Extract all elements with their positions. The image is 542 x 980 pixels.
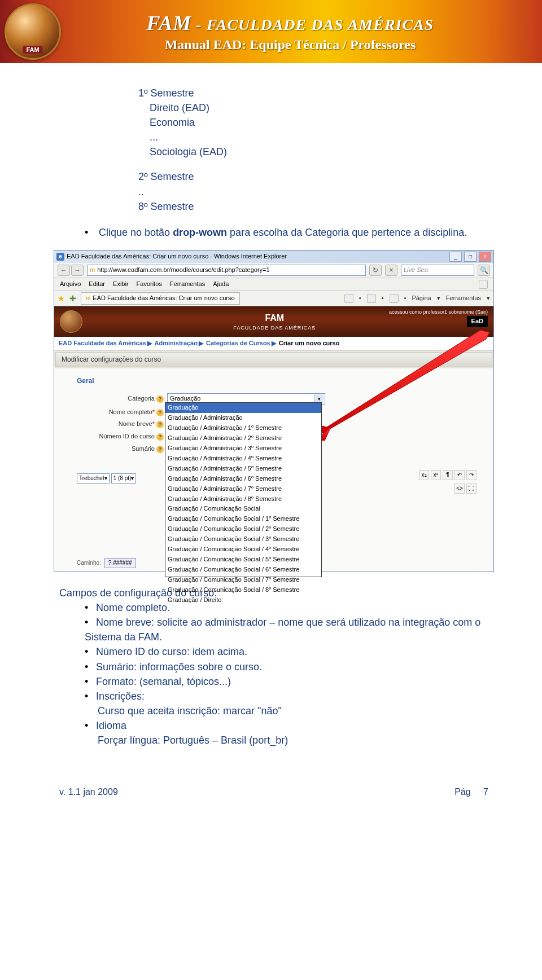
tab-title: EAD Faculdade das Américas: Criar um nov… bbox=[93, 294, 234, 303]
sem8: 8º Semestre bbox=[138, 199, 488, 214]
bc-admin[interactable]: Administração bbox=[155, 340, 198, 346]
cfg-numero-id: Número ID do curso: idem acima. bbox=[85, 644, 488, 659]
dropdown-option[interactable]: Graduação / Comunicação Social / 8º Seme… bbox=[165, 585, 321, 595]
size-select[interactable]: 1 (8 pt) ▾ bbox=[111, 473, 137, 484]
cfg-inscricoes: Inscrições: bbox=[85, 689, 488, 704]
dropdown-option[interactable]: Graduação / Administração / 8º Semestre bbox=[165, 494, 321, 504]
stop-button[interactable]: × bbox=[385, 265, 397, 276]
page-header-banner: FAM - FACULDADE DAS AMÉRICAS Manual EAD:… bbox=[0, 0, 542, 63]
ead-badge: EaD bbox=[467, 316, 488, 327]
caminho-label: Caminho: bbox=[77, 559, 101, 568]
search-go-button[interactable]: 🔍 bbox=[478, 265, 490, 276]
dropdown-option[interactable]: Graduação / Administração / 7º Semestre bbox=[165, 484, 321, 494]
sociologia: Sociologia (EAD) bbox=[138, 144, 488, 159]
dropdown-option[interactable]: Graduação / Comunicação Social / 2º Seme… bbox=[165, 524, 321, 534]
page-footer: v. 1.1 jan 2009 Pág 7 bbox=[0, 770, 542, 808]
config-fields-section: Campos de configuração do curso: Nome co… bbox=[59, 586, 488, 748]
sem1: 1º Semestre bbox=[138, 86, 488, 100]
dropdown-option[interactable]: Graduação / Comunicação Social / 7º Seme… bbox=[165, 575, 321, 585]
help-icon[interactable]: ? bbox=[156, 409, 164, 416]
help-icon[interactable]: ? bbox=[156, 446, 164, 453]
superscript-icon[interactable]: x² bbox=[431, 470, 441, 480]
banner-subtitle: Manual EAD: Equipe Técnica / Professores bbox=[61, 37, 519, 52]
bullet1-post: para escolha da Categoria que pertence a… bbox=[227, 227, 467, 238]
cfg-nome-breve: Nome breve: solicite ao administrador – … bbox=[85, 615, 488, 644]
moodle-header: FAM FACULDADE DAS AMÉRICAS EaD acessou c… bbox=[54, 306, 493, 337]
dropdown-option[interactable]: Graduação / Comunicação Social / 3º Seme… bbox=[165, 534, 321, 544]
tab-favicon: m bbox=[86, 295, 90, 303]
favorites-star-icon[interactable]: ★ bbox=[58, 293, 65, 304]
feeds-icon[interactable] bbox=[367, 294, 376, 303]
forward-button[interactable]: → bbox=[71, 265, 84, 276]
dropdown-option[interactable]: Graduação / Comunicação Social / 5º Seme… bbox=[165, 555, 321, 565]
dropdown-option[interactable]: Graduação / Administração / 4º Semestre bbox=[165, 454, 321, 464]
maximize-button[interactable]: □ bbox=[464, 252, 477, 262]
moodle-favicon: m bbox=[90, 266, 95, 275]
dropdown-option[interactable]: Graduação / Comunicação Social / 6º Seme… bbox=[165, 565, 321, 575]
ie-window-screenshot: e EAD Faculdade das Américas: Criar um n… bbox=[54, 250, 494, 572]
banner-rest: - FACULDADE DAS AMÉRICAS bbox=[191, 16, 434, 33]
subscript-icon[interactable]: x₂ bbox=[419, 470, 429, 480]
dropdown-option[interactable]: Graduação / Administração bbox=[165, 413, 321, 423]
geral-heading: Geral bbox=[77, 376, 488, 386]
section-header: Modificar configurações do curso bbox=[55, 352, 492, 367]
dots1: ... bbox=[138, 130, 488, 144]
search-box[interactable]: Live Sea bbox=[401, 265, 474, 276]
menu-editar[interactable]: Editar bbox=[89, 280, 105, 289]
moodle-seal bbox=[60, 310, 82, 333]
home-icon[interactable] bbox=[344, 294, 353, 303]
browser-tab[interactable]: m EAD Faculdade das Américas: Criar um n… bbox=[81, 292, 240, 305]
address-bar[interactable]: m http://www.eadfam.com.br/moodle/course… bbox=[87, 265, 366, 276]
dropdown-option[interactable]: Graduação / Direito bbox=[165, 595, 321, 605]
print-icon[interactable] bbox=[390, 294, 399, 303]
bc-current: Criar um novo curso bbox=[279, 340, 340, 346]
login-status[interactable]: acessou como professor1 sobrenome (Sair) bbox=[389, 309, 488, 316]
categoria-dropdown-list[interactable]: GraduaçãoGraduação / AdministraçãoGradua… bbox=[165, 402, 322, 577]
menu-ferramentas[interactable]: Ferramentas bbox=[170, 280, 205, 289]
menu-arquivo[interactable]: Arquivo bbox=[60, 280, 81, 289]
code-icon[interactable]: <> bbox=[454, 484, 465, 494]
ie-menubar: Arquivo Editar Exibir Favoritos Ferramen… bbox=[54, 278, 493, 291]
help-icon[interactable]: ? bbox=[156, 395, 164, 403]
ie-tabbar: ★ ✚ m EAD Faculdade das Américas: Criar … bbox=[54, 291, 493, 306]
help-icon[interactable]: ? bbox=[156, 433, 164, 441]
cfg-idioma-sub: Forçar língua: Português – Brasil (port_… bbox=[98, 733, 488, 748]
dropdown-option[interactable]: Graduação / Administração / 1º Semestre bbox=[165, 423, 321, 433]
editor-toolbar-1: Trebuchet ▾ 1 (8 pt) ▾ bbox=[77, 473, 136, 484]
dropdown-option[interactable]: Graduação bbox=[165, 403, 321, 413]
dropdown-option[interactable]: Graduação / Comunicação Social / 4º Seme… bbox=[165, 544, 321, 555]
dropdown-option[interactable]: Graduação / Administração / 5º Semestre bbox=[165, 464, 321, 474]
toolbar-icon[interactable] bbox=[479, 280, 488, 289]
dots2: .. bbox=[138, 184, 488, 199]
bc-home[interactable]: EAD Faculdade das Américas bbox=[59, 340, 146, 346]
dropdown-option[interactable]: Graduação / Comunicação Social / 1º Seme… bbox=[165, 514, 321, 524]
categoria-value: Graduação bbox=[170, 394, 200, 403]
close-button[interactable]: × bbox=[479, 252, 491, 262]
dropdown-option[interactable]: Graduação / Administração / 2º Semestre bbox=[165, 433, 321, 443]
ie-title: EAD Faculdade das Américas: Criar um nov… bbox=[67, 252, 287, 261]
label-sumario: Sumário? bbox=[60, 445, 167, 454]
special-icon[interactable]: ¶ bbox=[443, 470, 453, 480]
fullscreen-icon[interactable]: ⛶ bbox=[466, 484, 477, 494]
bullet1-pre: Clique no botão bbox=[99, 227, 173, 238]
font-select[interactable]: Trebuchet ▾ bbox=[77, 473, 110, 484]
undo-icon[interactable]: ↶ bbox=[454, 470, 465, 480]
help-icon[interactable]: ? bbox=[156, 421, 164, 428]
bc-categorias[interactable]: Categorias de Cursos bbox=[206, 340, 270, 346]
ie-address-row: ← → m http://www.eadfam.com.br/moodle/co… bbox=[54, 263, 493, 278]
dropdown-option[interactable]: Graduação / Comunicação Social bbox=[165, 504, 321, 514]
minimize-button[interactable]: _ bbox=[449, 252, 462, 262]
fam-seal-logo bbox=[5, 3, 61, 60]
dropdown-option[interactable]: Graduação / Administração / 3º Semestre bbox=[165, 443, 321, 454]
menu-favoritos[interactable]: Favoritos bbox=[137, 280, 162, 289]
pagina-menu[interactable]: Página bbox=[412, 294, 431, 303]
dropdown-option[interactable]: Graduação / Administração / 6º Semestre bbox=[165, 474, 321, 484]
refresh-button[interactable]: ↻ bbox=[369, 265, 382, 276]
menu-ajuda[interactable]: Ajuda bbox=[213, 280, 229, 289]
add-favorite-icon[interactable]: ✚ bbox=[69, 293, 76, 304]
back-button[interactable]: ← bbox=[58, 265, 70, 276]
menu-exibir[interactable]: Exibir bbox=[113, 280, 129, 289]
cfg-inscricoes-sub: Curso que aceita inscrição: marcar "não" bbox=[98, 704, 488, 718]
redo-icon[interactable]: ↷ bbox=[466, 470, 477, 480]
ferramentas-menu[interactable]: Ferramentas bbox=[446, 294, 481, 303]
